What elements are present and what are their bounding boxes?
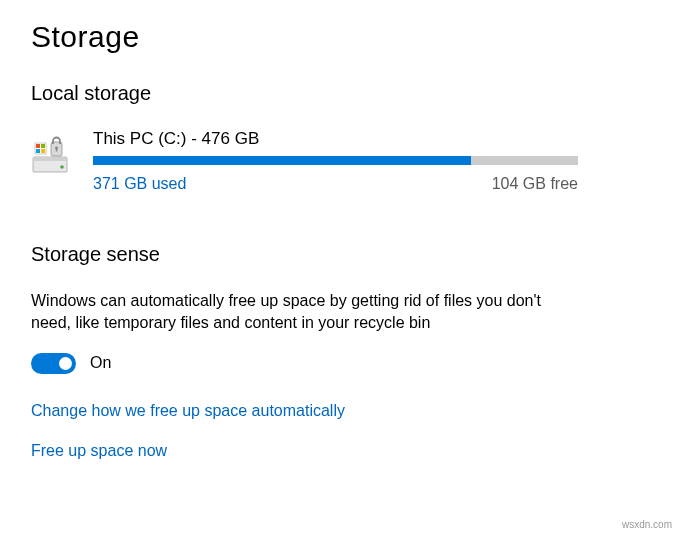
storage-sense-toggle[interactable] xyxy=(31,353,76,374)
svg-rect-6 xyxy=(36,149,40,153)
drive-free-label: 104 GB free xyxy=(492,175,578,193)
toggle-knob xyxy=(59,357,72,370)
svg-rect-7 xyxy=(41,149,45,153)
drive-stats: 371 GB used 104 GB free xyxy=(93,175,578,193)
watermark: wsxdn.com xyxy=(622,519,672,530)
drive-usage-bar xyxy=(93,156,578,165)
link-change-how[interactable]: Change how we free up space automaticall… xyxy=(31,402,649,420)
svg-point-2 xyxy=(60,165,64,169)
drive-info: This PC (C:) - 476 GB 371 GB used 104 GB… xyxy=(93,129,649,193)
link-free-up-now[interactable]: Free up space now xyxy=(31,442,649,460)
local-storage-heading: Local storage xyxy=(31,82,649,105)
drive-item[interactable]: This PC (C:) - 476 GB 371 GB used 104 GB… xyxy=(31,129,649,193)
drive-icon xyxy=(31,133,73,175)
drive-used-label: 371 GB used xyxy=(93,175,186,193)
svg-rect-10 xyxy=(56,148,57,152)
drive-usage-bar-fill xyxy=(93,156,471,165)
drive-name: This PC (C:) - 476 GB xyxy=(93,129,649,149)
svg-rect-4 xyxy=(36,144,40,148)
storage-sense-description: Windows can automatically free up space … xyxy=(31,290,571,335)
storage-sense-heading: Storage sense xyxy=(31,243,649,266)
storage-sense-toggle-label: On xyxy=(90,354,111,372)
page-title: Storage xyxy=(31,20,649,54)
svg-rect-5 xyxy=(41,144,45,148)
svg-rect-1 xyxy=(33,157,67,161)
storage-sense-toggle-row: On xyxy=(31,353,649,374)
